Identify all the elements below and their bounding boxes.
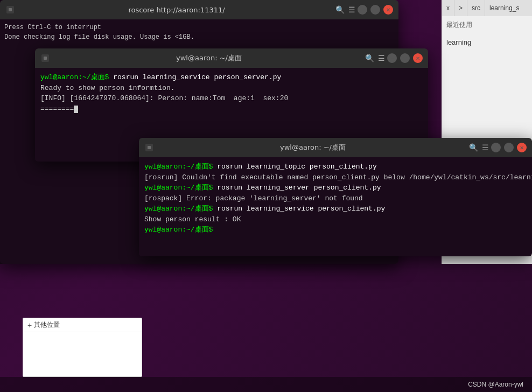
front-line-6: Show person result : OK — [144, 214, 527, 225]
pin-icon — [5, 5, 15, 15]
front-search-button[interactable]: 🔍 — [467, 142, 479, 153]
pin-icon-mid — [40, 53, 50, 63]
front-maximize-button[interactable]: □ — [504, 143, 514, 152]
mid-close-button[interactable]: ✕ — [413, 53, 423, 63]
front-line-2: [rosrun] Couldn't find executable named … — [144, 172, 527, 183]
term-line: Press Ctrl-C to interrupt — [4, 23, 394, 32]
mid-window-title: ywl@aaron: ~/桌面 — [54, 53, 363, 63]
right-panel-tabs: x > src learning_s — [442, 0, 532, 16]
location-panel[interactable]: + 其他位置 — [23, 318, 142, 377]
roscore-window-title: roscore http://aaron:11311/ — [19, 6, 334, 14]
mid-minimize-button[interactable]: − — [387, 53, 397, 63]
right-panel-tab-arrow[interactable]: > — [454, 0, 467, 16]
roscore-menu-button[interactable]: ☰ — [346, 4, 358, 16]
front-line-5: ywl@aaron:~/桌面$ rosrun learning_service … — [144, 204, 527, 214]
right-panel-tab-src[interactable]: src — [467, 0, 485, 16]
mid-menu-button[interactable]: ☰ — [375, 52, 387, 64]
roscore-close-button[interactable]: ✕ — [383, 5, 393, 15]
right-panel-tab-learning[interactable]: learning_s — [485, 0, 523, 16]
bottom-bar-text: CSDN @Aaron-ywl — [468, 381, 523, 388]
term-line-3: [INFO] [1664247970.068064]: Person: name… — [40, 93, 423, 104]
front-line-3: ywl@aaron:~/桌面$ rosrun learning_server p… — [144, 183, 527, 193]
learning-text-line: learning — [446, 38, 528, 46]
term-line: Done checking log file disk usage. Usage… — [4, 32, 394, 42]
front-minimize-button[interactable]: − — [491, 143, 501, 152]
window-front: ywl@aaron: ~/桌面 🔍 ☰ − □ ✕ ywl@aaron:~/桌面… — [139, 138, 532, 256]
bottom-bar: CSDN @Aaron-ywl — [0, 377, 532, 392]
front-line-4: [rospack] Error: package 'learning_serve… — [144, 193, 527, 204]
right-panel-tab-x[interactable]: x — [442, 0, 454, 16]
titlebar-front[interactable]: ywl@aaron: ~/桌面 🔍 ☰ − □ ✕ — [139, 138, 532, 157]
front-window-controls: − □ ✕ — [491, 143, 527, 152]
mid-maximize-button[interactable]: □ — [400, 53, 410, 63]
svg-rect-5 — [148, 146, 151, 149]
front-line-1: ywl@aaron:~/桌面$ rosrun learning_topic pe… — [144, 162, 527, 172]
mid-search-button[interactable]: 🔍 — [363, 52, 375, 64]
roscore-minimize-button[interactable]: − — [358, 5, 367, 15]
roscore-window-controls: − □ ✕ — [358, 5, 393, 15]
term-line-2: Ready to show person informtion. — [40, 83, 423, 94]
titlebar-mid[interactable]: ywl@aaron: ~/桌面 🔍 ☰ − □ ✕ — [35, 48, 428, 68]
term-line-4: ======== — [40, 104, 423, 115]
location-panel-header: + 其他位置 — [23, 318, 142, 332]
svg-rect-1 — [9, 8, 12, 11]
mid-window-controls: − □ ✕ — [387, 53, 423, 63]
front-close-button[interactable]: ✕ — [517, 143, 527, 152]
roscore-maximize-button[interactable]: □ — [370, 5, 380, 15]
front-menu-button[interactable]: ☰ — [479, 142, 491, 153]
pin-icon-front — [144, 143, 154, 152]
desktop: starte ros_co SUMMAR ======= PARAME * /r… — [0, 0, 532, 392]
roscore-search-button[interactable]: 🔍 — [334, 4, 346, 16]
front-window-title: ywl@aaron: ~/桌面 — [158, 143, 467, 152]
front-line-7: ywl@aaron:~/桌面$ — [144, 225, 527, 235]
right-panel-learning-text: learning — [442, 34, 532, 51]
front-terminal-body: ywl@aaron:~/桌面$ rosrun learning_topic pe… — [139, 157, 532, 256]
titlebar-roscore[interactable]: roscore http://aaron:11311/ 🔍 ☰ − □ ✕ — [0, 0, 398, 19]
right-panel-recent-label: 最近使用 — [442, 16, 532, 34]
location-panel-label: 其他位置 — [34, 320, 60, 330]
plus-icon: + — [27, 321, 32, 330]
svg-rect-3 — [44, 57, 47, 60]
term-line-1: ywl@aaron:~/桌面$ rosrun learning_service … — [40, 72, 423, 83]
